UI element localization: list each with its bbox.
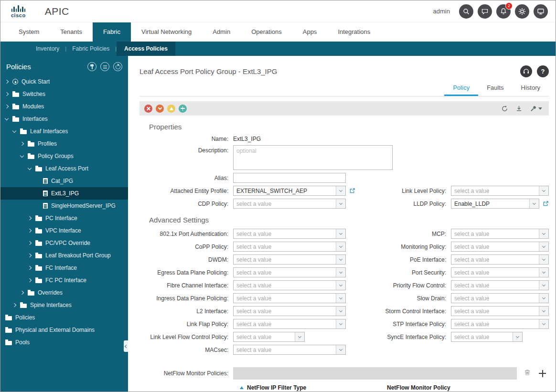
subnav-tab-access-policies[interactable]: Access Policies (117, 42, 175, 56)
chevron-right-icon[interactable] (28, 216, 32, 220)
fault-major-icon[interactable] (156, 105, 164, 113)
alias-input[interactable] (233, 173, 346, 183)
chevron-right-icon[interactable] (28, 229, 32, 233)
chevron-down-icon[interactable] (336, 229, 345, 238)
tools-menu-button[interactable] (528, 105, 544, 112)
chevron-down-icon[interactable] (539, 294, 548, 303)
tab-history[interactable]: History (513, 81, 549, 96)
chevron-down-icon[interactable] (336, 294, 345, 303)
tab-faults[interactable]: Faults (478, 81, 512, 96)
tree-item-leaf-breakout-port-group[interactable]: Leaf Breakout Port Group (0, 249, 128, 262)
ingress-data-plane-policing-select[interactable]: select a value (233, 293, 346, 303)
open-aep-detail-button[interactable] (349, 188, 355, 194)
link-flap-policy-select[interactable]: select a value (233, 319, 346, 329)
chevron-down-icon[interactable] (295, 332, 304, 341)
chevron-down-icon[interactable] (336, 281, 345, 290)
monitoring-policy-select[interactable]: select a value (451, 242, 549, 252)
chevron-right-icon[interactable] (28, 241, 32, 245)
search-button[interactable] (459, 4, 473, 19)
settings-button[interactable] (515, 4, 529, 19)
description-textarea[interactable] (233, 145, 393, 170)
mcp-select[interactable]: select a value (451, 229, 549, 239)
subnav-tab-fabric-policies[interactable]: Fabric Policies (66, 42, 115, 56)
chevron-down-icon[interactable] (336, 345, 345, 354)
poe-interface-select[interactable]: select a value (451, 254, 549, 265)
help-button[interactable]: ? (537, 65, 549, 77)
fault-minor-icon[interactable] (167, 105, 175, 113)
port-security-select[interactable]: select a value (451, 267, 549, 277)
health-icon[interactable] (179, 105, 187, 113)
chevron-right-icon[interactable] (28, 266, 32, 270)
macsec-select[interactable]: select a value (233, 345, 346, 355)
netflow-monitor-policy-column[interactable]: NetFlow Monitor Policy (387, 384, 450, 391)
chevron-down-icon[interactable] (336, 199, 345, 208)
chevron-down-icon[interactable] (5, 117, 9, 120)
chevron-down-icon[interactable] (529, 199, 539, 208)
tree-item-switches[interactable]: Switches (0, 88, 128, 100)
l2-interface-select[interactable]: select a value (233, 306, 346, 316)
add-netflow-policy-button[interactable] (539, 370, 546, 377)
tree-item-overrides[interactable]: Overrides (0, 286, 128, 299)
chevron-right-icon[interactable] (12, 303, 16, 307)
chevron-down-icon[interactable] (539, 229, 548, 238)
cdp-policy-select[interactable]: select a value (233, 199, 346, 209)
attached-entity-profile-select[interactable]: EXTERNAL_SWITCH_AEP (233, 186, 346, 196)
tree-item-profiles[interactable]: Profiles (0, 138, 128, 150)
chevron-down-icon[interactable] (539, 255, 548, 264)
tree-item-spine-interfaces[interactable]: Spine Interfaces (0, 299, 128, 311)
egress-data-plane-policing-select[interactable]: select a value (233, 267, 346, 277)
nav-tab-admin[interactable]: Admin (202, 22, 241, 42)
chevron-right-icon[interactable] (5, 105, 9, 108)
tree-item-quick-start[interactable]: Quick Start (0, 75, 128, 88)
tree-item-modules[interactable]: Modules (0, 100, 128, 113)
fault-critical-icon[interactable] (144, 105, 152, 113)
chevron-down-icon[interactable] (12, 129, 16, 133)
synce-interface-policy-select[interactable]: select a value (451, 332, 523, 342)
chevron-right-icon[interactable] (20, 291, 24, 295)
storm-control-interface-select[interactable]: select a value (451, 306, 549, 316)
lldp-policy-select[interactable]: Enable_LLDP (451, 199, 539, 209)
link-level-flow-control-policy-select[interactable]: select a value (233, 332, 305, 342)
chevron-right-icon[interactable] (20, 142, 24, 146)
chevron-down-icon[interactable] (539, 186, 548, 195)
nav-tab-virtual-networking[interactable]: Virtual Networking (131, 22, 202, 42)
refresh-button[interactable] (499, 105, 510, 112)
chevron-down-icon[interactable] (28, 166, 32, 170)
screen-share-button[interactable] (534, 4, 548, 19)
slow-drain-select[interactable]: select a value (451, 293, 549, 303)
chevron-down-icon[interactable] (336, 307, 345, 316)
sort-ascending-icon[interactable] (240, 386, 244, 389)
feedback-button[interactable] (478, 4, 492, 19)
tree-item-fc-pc-interface[interactable]: FC PC Interface (0, 274, 128, 286)
audio-help-button[interactable] (520, 65, 532, 77)
tree-item-pc-vpc-override[interactable]: PC/VPC Override (0, 237, 128, 249)
chevron-right-icon[interactable] (28, 254, 32, 257)
chevron-down-icon[interactable] (539, 281, 548, 290)
stp-interface-policy-select[interactable]: select a value (451, 319, 549, 329)
delete-netflow-policy-button[interactable] (524, 369, 531, 378)
netflow-ip-filter-type-column[interactable]: NetFlow IP Filter Type (247, 384, 306, 391)
tree-item-interfaces[interactable]: Interfaces (0, 113, 128, 125)
chevron-down-icon[interactable] (336, 186, 345, 195)
pin-icon[interactable] (87, 62, 96, 71)
chevron-down-icon[interactable] (539, 268, 548, 277)
nav-tab-integrations[interactable]: Integrations (327, 22, 381, 42)
chevron-down-icon[interactable] (336, 255, 345, 264)
tree-item-fc-interface[interactable]: FC Interface (0, 262, 128, 274)
chevron-down-icon[interactable] (513, 332, 522, 341)
link-level-policy-select[interactable]: select a value (451, 186, 549, 196)
sidebar-collapse-handle[interactable] (124, 340, 128, 352)
tree-item-extl3-ipg[interactable]: ExtL3_IPG (0, 187, 128, 200)
chevron-right-icon[interactable] (5, 92, 9, 96)
nav-tab-tenants[interactable]: Tenants (50, 22, 93, 42)
tab-policy[interactable]: Policy (444, 81, 478, 96)
username[interactable]: admin (433, 8, 450, 15)
chevron-right-icon[interactable] (5, 80, 9, 84)
fibre-channel-interface-select[interactable]: select a value (233, 280, 346, 290)
nav-tab-operations[interactable]: Operations (241, 22, 292, 42)
chevron-down-icon[interactable] (539, 307, 548, 316)
chevron-down-icon[interactable] (336, 268, 345, 277)
nav-tab-system[interactable]: System (8, 22, 50, 42)
open-lldp-detail-button[interactable] (543, 201, 549, 207)
notifications-button[interactable]: 2 (496, 4, 511, 19)
